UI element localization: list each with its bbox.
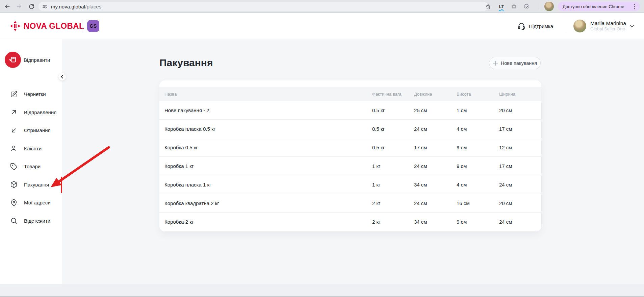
sidebar-item-receiving[interactable]: Отримання: [0, 121, 62, 140]
screenshot-camera-extension-icon[interactable]: [508, 1, 520, 12]
cell-name: Коробка 0.5 кг: [164, 145, 372, 150]
address-bar[interactable]: my.nova.global/places: [38, 2, 488, 11]
page-title: Пакування: [159, 57, 213, 69]
cell-width: 20 см: [499, 107, 536, 113]
cell-name: Коробка пласка 0.5 кг: [164, 126, 372, 132]
edit-icon: [10, 91, 18, 98]
languagetool-extension-icon[interactable]: LT: [496, 1, 507, 12]
column-header-height: Висота: [457, 92, 499, 97]
send-label: Відправити: [24, 57, 50, 63]
send-package-icon: [8, 55, 17, 64]
sidebar-item-clients[interactable]: Клієнти: [0, 140, 62, 158]
cell-length: 24 см: [414, 126, 457, 132]
table-body: Нове пакування - 2 0.5 кг 25 см 1 см 20 …: [159, 101, 541, 231]
cell-width: 24 см: [499, 182, 536, 188]
extensions-puzzle-icon[interactable]: [521, 1, 532, 12]
url-host: my.nova.global: [51, 4, 85, 9]
app-header: NOVA GLOBAL GS Підтримка Mariia Marinina…: [0, 13, 644, 39]
table-row[interactable]: Коробка пласка 0.5 кг 0.5 кг 24 см 4 см …: [159, 120, 541, 138]
user-name: Mariia Marinina: [590, 20, 626, 26]
column-header-width: Ширина: [499, 92, 536, 97]
plus-icon: [493, 60, 498, 66]
cell-weight: 1 кг: [372, 163, 414, 169]
arrow-down-left-icon: [10, 127, 18, 134]
chrome-update-chip[interactable]: Доступно обновление Chrome: [558, 2, 640, 11]
forward-arrow-icon: [16, 3, 23, 10]
cell-length: 34 см: [414, 219, 457, 225]
cell-height: 9 см: [457, 145, 499, 150]
table-row[interactable]: Коробка пласка 1 кг 1 кг 34 см 4 см 24 с…: [159, 175, 541, 194]
bottom-strip: [0, 284, 644, 296]
new-packaging-button[interactable]: Нове пакування: [489, 57, 541, 69]
cell-length: 24 см: [414, 163, 457, 169]
cell-name: Коробка пласка 1 кг: [164, 182, 372, 188]
browser-toolbar: my.nova.global/places LT Доступно обновл…: [0, 0, 644, 13]
header-divider: [82, 19, 82, 33]
support-label: Підтримка: [529, 23, 553, 29]
workspace-badge[interactable]: GS: [87, 20, 99, 32]
toolbar-divider: [539, 3, 539, 10]
cell-length: 24 см: [414, 200, 457, 206]
person-icon: [10, 145, 18, 152]
cell-weight: 0.5 кг: [372, 107, 414, 113]
cell-weight: 0.5 кг: [372, 126, 414, 132]
sidebar-item-label: Чернетки: [24, 91, 46, 97]
header-divider: [566, 19, 566, 33]
cell-width: 17 см: [499, 163, 536, 169]
table-row[interactable]: Коробка 2 кг 2 кг 34 см 9 см 24 см: [159, 213, 541, 231]
cell-height: 1 см: [457, 107, 499, 113]
user-menu[interactable]: Mariia Marinina Global Seller One: [573, 13, 634, 39]
cell-height: 16 см: [457, 200, 499, 206]
table-row[interactable]: Коробка 1 кг 1 кг 24 см 9 см 17 см: [159, 157, 541, 175]
sidebar-item-label: Мої адреси: [24, 200, 51, 205]
table-header-row: Назва Фактична вага Довжина Висота Ширин…: [159, 87, 541, 101]
browser-back-button[interactable]: [1, 1, 13, 12]
user-avatar: [573, 20, 586, 32]
support-button[interactable]: Підтримка: [517, 13, 553, 39]
nova-global-logo[interactable]: NOVA GLOBAL: [10, 13, 84, 39]
cell-name: Нове пакування - 2: [164, 107, 372, 113]
column-header-name: Назва: [164, 92, 372, 97]
sidebar-item-drafts[interactable]: Чернетки: [0, 85, 62, 103]
send-button[interactable]: Відправити: [0, 52, 62, 68]
browser-reload-button[interactable]: [26, 1, 37, 12]
cell-height: 4 см: [457, 126, 499, 132]
search-icon: [10, 217, 18, 224]
nova-global-logo-icon: [10, 21, 20, 31]
cell-weight: 2 кг: [372, 219, 414, 225]
table-row[interactable]: Коробка квадратна 2 кг 2 кг 24 см 16 см …: [159, 194, 541, 213]
cell-length: 34 см: [414, 182, 457, 188]
cell-length: 17 см: [414, 145, 457, 150]
cell-width: 12 см: [499, 145, 536, 150]
cell-width: 24 см: [499, 219, 536, 225]
user-role: Global Seller One: [590, 27, 626, 32]
reload-icon: [28, 3, 35, 10]
table-row[interactable]: Нове пакування - 2 0.5 кг 25 см 1 см 20 …: [159, 101, 541, 120]
tag-icon: [10, 163, 18, 170]
sidebar-item-label: Товари: [24, 164, 41, 169]
sidebar-item-goods[interactable]: Товари: [0, 157, 62, 176]
site-settings-icon[interactable]: [42, 4, 48, 9]
browser-profile-avatar[interactable]: [544, 2, 554, 11]
sidebar-item-my-addresses[interactable]: Мої адреси: [0, 194, 62, 212]
sidebar-item-shipments[interactable]: Відправлення: [0, 103, 62, 122]
cell-height: 4 см: [457, 182, 499, 188]
sidebar-item-label: Пакування: [24, 182, 49, 188]
cell-name: Коробка 1 кг: [164, 163, 372, 169]
sidebar-item-packaging[interactable]: Пакування: [0, 176, 62, 194]
sidebar-collapse-button[interactable]: [58, 73, 66, 81]
cell-name: Коробка 2 кг: [164, 219, 372, 225]
chrome-update-label: Доступно обновление Chrome: [563, 4, 624, 9]
back-arrow-icon: [4, 3, 10, 10]
chevron-left-icon: [60, 75, 64, 79]
browser-menu-icon[interactable]: [632, 3, 637, 10]
sidebar-item-label: Відправлення: [24, 109, 56, 115]
table-row[interactable]: Коробка 0.5 кг 0.5 кг 17 см 9 см 12 см: [159, 138, 541, 157]
cell-length: 25 см: [414, 107, 457, 113]
bookmark-star-icon[interactable]: [482, 1, 494, 12]
packaging-table-card: Назва Фактична вага Довжина Висота Ширин…: [159, 80, 541, 231]
sidebar-item-track[interactable]: Відстежити: [0, 212, 62, 230]
browser-forward-button[interactable]: [14, 1, 25, 12]
url-path: /places: [85, 4, 101, 9]
package-icon: [10, 181, 18, 188]
